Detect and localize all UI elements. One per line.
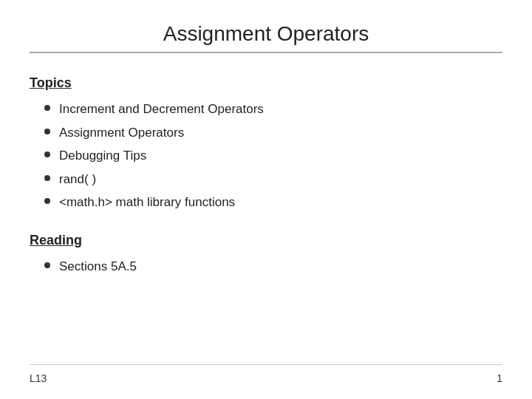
slide-footer: L13 1 xyxy=(30,364,502,384)
topics-label: Topics xyxy=(30,75,502,91)
bullet-icon xyxy=(44,262,50,268)
bullet-icon xyxy=(44,105,50,111)
list-item: <math.h> math library functions xyxy=(44,193,502,212)
slide: Assignment Operators Topics Increment an… xyxy=(0,0,532,399)
list-item: Debugging Tips xyxy=(44,146,502,166)
reading-list: Sections 5A.5 xyxy=(30,257,502,276)
list-item: Sections 5A.5 xyxy=(44,257,502,276)
list-item: rand( ) xyxy=(44,170,502,189)
footer-right: 1 xyxy=(497,372,502,384)
list-item: Increment and Decrement Operators xyxy=(44,100,502,119)
reading-item-1: Sections 5A.5 xyxy=(59,257,137,276)
bullet-icon xyxy=(44,198,50,204)
reading-label: Reading xyxy=(30,233,502,248)
content-area: Topics Increment and Decrement Operators… xyxy=(30,61,502,364)
bullet-icon xyxy=(44,151,50,157)
list-item: Assignment Operators xyxy=(44,123,502,143)
reading-section: Reading Sections 5A.5 xyxy=(30,233,502,276)
footer-left: L13 xyxy=(30,372,47,384)
topic-item-2: Assignment Operators xyxy=(59,123,184,143)
topic-item-3: Debugging Tips xyxy=(59,146,146,166)
topics-list: Increment and Decrement Operators Assign… xyxy=(30,100,502,212)
bullet-icon xyxy=(44,175,50,181)
slide-title: Assignment Operators xyxy=(30,22,502,53)
topic-item-4: rand( ) xyxy=(59,170,96,189)
topic-item-5: <math.h> math library functions xyxy=(59,193,235,212)
bullet-icon xyxy=(44,129,50,134)
topic-item-1: Increment and Decrement Operators xyxy=(59,100,264,119)
